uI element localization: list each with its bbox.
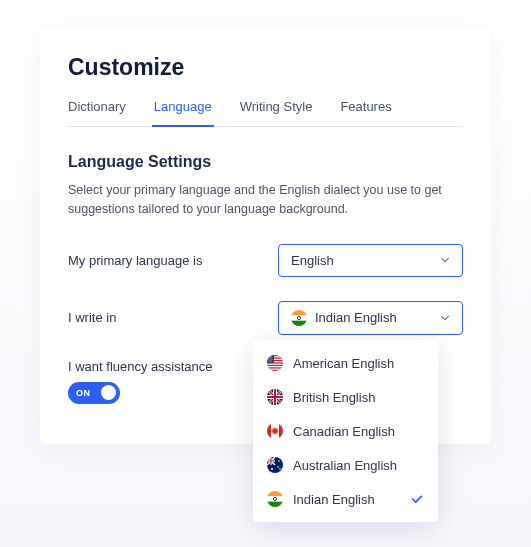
svg-rect-8 <box>267 364 283 365</box>
section-description: Select your primary language and the Eng… <box>68 181 463 220</box>
svg-rect-0 <box>291 310 307 315</box>
svg-point-17 <box>271 361 272 362</box>
page-title: Customize <box>68 54 463 81</box>
primary-language-value: English <box>291 253 334 268</box>
toggle-state-label: ON <box>76 388 91 398</box>
svg-rect-21 <box>279 423 283 439</box>
tab-language[interactable]: Language <box>154 99 212 126</box>
option-canadian-english[interactable]: Canadian English <box>253 414 438 448</box>
dialect-value: Indian English <box>315 310 397 325</box>
dialect-select[interactable]: Indian English <box>278 301 463 335</box>
option-label: Indian English <box>293 492 375 507</box>
chevron-down-icon <box>440 255 450 265</box>
primary-language-row: My primary language is English <box>68 244 463 277</box>
svg-point-25 <box>277 466 279 468</box>
us-flag-icon <box>267 355 283 371</box>
in-flag-icon <box>267 491 283 507</box>
tab-writing-style[interactable]: Writing Style <box>240 99 313 126</box>
tab-features[interactable]: Features <box>340 99 391 126</box>
svg-rect-9 <box>267 366 283 367</box>
option-label: American English <box>293 356 394 371</box>
svg-point-24 <box>278 460 280 462</box>
fluency-toggle[interactable]: ON <box>68 382 120 404</box>
toggle-knob <box>101 385 116 400</box>
svg-point-12 <box>269 357 270 358</box>
option-american-english[interactable]: American English <box>253 346 438 380</box>
svg-point-14 <box>270 359 271 360</box>
svg-rect-28 <box>267 491 283 496</box>
dialect-row: I write in Indian English <box>68 301 463 335</box>
svg-point-26 <box>279 468 281 470</box>
au-flag-icon <box>267 457 283 473</box>
svg-rect-10 <box>267 369 283 370</box>
option-label: Canadian English <box>293 424 395 439</box>
svg-rect-2 <box>291 320 307 325</box>
svg-point-16 <box>269 361 270 362</box>
option-british-english[interactable]: British English <box>253 380 438 414</box>
dialect-label: I write in <box>68 310 116 325</box>
option-label: British English <box>293 390 375 405</box>
primary-language-select[interactable]: English <box>278 244 463 277</box>
svg-point-15 <box>272 359 273 360</box>
svg-rect-20 <box>267 423 271 439</box>
tab-dictionary[interactable]: Dictionary <box>68 99 126 126</box>
ca-flag-icon <box>267 423 283 439</box>
chevron-down-icon <box>440 313 450 323</box>
dialect-dropdown: American English British English Canadia… <box>253 340 438 522</box>
india-flag-icon <box>291 310 307 326</box>
check-icon <box>410 492 424 506</box>
svg-point-13 <box>271 357 272 358</box>
option-indian-english[interactable]: Indian English <box>253 482 438 516</box>
svg-point-27 <box>271 468 273 470</box>
primary-language-label: My primary language is <box>68 253 202 268</box>
section-heading: Language Settings <box>68 153 463 171</box>
gb-flag-icon <box>267 389 283 405</box>
svg-rect-30 <box>267 502 283 507</box>
tabs-row: Dictionary Language Writing Style Featur… <box>68 99 463 127</box>
option-label: Australian English <box>293 458 397 473</box>
option-australian-english[interactable]: Australian English <box>253 448 438 482</box>
